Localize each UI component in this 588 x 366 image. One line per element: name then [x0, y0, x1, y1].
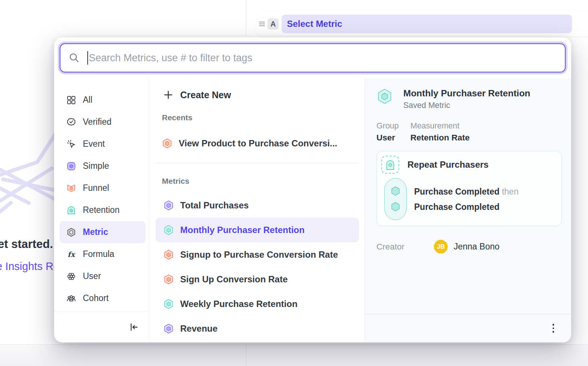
- more-options-icon[interactable]: [550, 322, 557, 335]
- sidebar-item-event[interactable]: Event: [60, 133, 146, 155]
- recent-metric-item[interactable]: View Product to Purchase Conversi...: [162, 133, 359, 154]
- group-label: Group: [376, 121, 410, 131]
- retention-definition-icon: [381, 156, 399, 174]
- creator-name: Jenna Bono: [454, 242, 500, 252]
- creator-avatar: JB: [434, 240, 448, 254]
- user-cluster-icon: [66, 272, 76, 281]
- canvas-bottom-strip: [0, 344, 588, 366]
- event-cursor-icon: [66, 139, 76, 149]
- sidebar-item-funnel[interactable]: Funnel: [60, 177, 146, 199]
- funnel-metric-icon: [66, 183, 76, 193]
- funnel-hexagon-icon: [163, 274, 174, 285]
- step-hexagon-icon: [390, 201, 401, 213]
- metric-item-signup-to-purchase-conversion-rate[interactable]: Signup to Purchase Conversion Rate: [156, 242, 359, 267]
- metric-item-total-purchases[interactable]: Total Purchases: [156, 193, 359, 218]
- metric-item-monthly-purchaser-retention[interactable]: Monthly Purchaser Retention: [156, 218, 359, 242]
- sidebar-item-formula[interactable]: fx Formula: [60, 243, 146, 265]
- plus-icon: [163, 90, 173, 100]
- detail-footer: [365, 314, 571, 342]
- sidebar-item-user[interactable]: User: [60, 265, 146, 287]
- background-headline-fragment: et started.: [0, 238, 53, 251]
- svg-text:fx: fx: [68, 250, 76, 258]
- measurement-label: Measurement: [410, 121, 565, 131]
- background-link-fragment[interactable]: e Insights Re: [0, 260, 59, 273]
- sidebar-item-retention[interactable]: Retention: [60, 199, 146, 221]
- text-cursor: [87, 51, 88, 65]
- list-divider: [156, 163, 359, 163]
- select-metric-label: Select Metric: [287, 19, 342, 29]
- retention-hexagon-icon: [163, 299, 174, 309]
- metric-detail-panel: Monthly Purchaser Retention Saved Metric…: [365, 78, 571, 342]
- saved-metric-hexagon-icon: [376, 88, 393, 105]
- funnel-hexagon-icon: [163, 249, 174, 260]
- funnel-hexagon-icon: [162, 138, 172, 149]
- metric-letter-badge: A: [268, 18, 279, 30]
- sidebar-item-all[interactable]: All: [60, 89, 146, 111]
- saved-metric-icon: [66, 227, 76, 237]
- formula-icon: fx: [66, 249, 76, 259]
- creator-label: Creator: [376, 242, 434, 252]
- canvas-divider-bottom: [246, 345, 246, 366]
- search-icon: [69, 52, 80, 63]
- metrics-header: Metrics: [162, 176, 359, 186]
- metric-definition-card: Repeat Purchasers Purchase Completed the…: [376, 151, 562, 226]
- simple-metric-icon: [66, 161, 76, 171]
- sidebar-footer: [54, 311, 149, 342]
- retention-hexagon-icon: [163, 225, 174, 235]
- retention-steps-pill: [384, 178, 407, 220]
- select-metric-button[interactable]: Select Metric: [282, 15, 572, 33]
- grid-icon: [66, 95, 76, 105]
- cohort-people-icon: [66, 294, 76, 303]
- search-box[interactable]: [60, 43, 566, 72]
- sidebar-item-simple[interactable]: Simple: [60, 155, 146, 177]
- metric-list-panel: Create New Recents View Product to Purch…: [149, 78, 365, 342]
- simple-hexagon-icon: [163, 323, 174, 334]
- sidebar-item-cohort[interactable]: Cohort: [60, 287, 146, 309]
- definition-name: Repeat Purchasers: [407, 159, 488, 170]
- definition-step-2: Purchase Completed: [414, 199, 519, 215]
- collapse-sidebar-icon[interactable]: [129, 322, 139, 332]
- detail-title: Monthly Purchaser Retention: [403, 88, 530, 99]
- simple-hexagon-icon: [163, 200, 174, 211]
- metric-picker-modal: All Verified Event: [54, 37, 571, 342]
- definition-step-1: Purchase Completed then: [414, 184, 519, 199]
- create-new-button[interactable]: Create New: [162, 86, 359, 104]
- verified-badge-icon: [66, 117, 76, 127]
- search-input[interactable]: [89, 52, 565, 64]
- sidebar-item-metric[interactable]: Metric: [60, 221, 146, 243]
- detail-type-label: Saved Metric: [403, 101, 530, 110]
- metric-item-weekly-purchase-retention[interactable]: Weekly Purchase Retention: [156, 292, 359, 316]
- decorative-chart-lines: [0, 131, 58, 223]
- step-hexagon-icon: [390, 186, 401, 197]
- group-value: User: [376, 133, 410, 143]
- step-connector: then: [502, 187, 519, 196]
- sidebar-item-verified[interactable]: Verified: [60, 111, 146, 133]
- measurement-value: Retention Rate: [410, 133, 565, 143]
- recents-header: Recents: [162, 113, 359, 122]
- metric-item-sign-up-conversion-rate[interactable]: Sign Up Conversion Rate: [156, 267, 359, 292]
- drag-handle-icon[interactable]: [259, 22, 265, 27]
- metric-row-card: A Select Metric: [256, 11, 588, 37]
- canvas-divider-top: [246, 0, 246, 37]
- filter-sidebar: All Verified Event: [54, 78, 149, 342]
- metric-item-revenue[interactable]: Revenue: [156, 316, 359, 341]
- retention-metric-icon: [66, 205, 76, 215]
